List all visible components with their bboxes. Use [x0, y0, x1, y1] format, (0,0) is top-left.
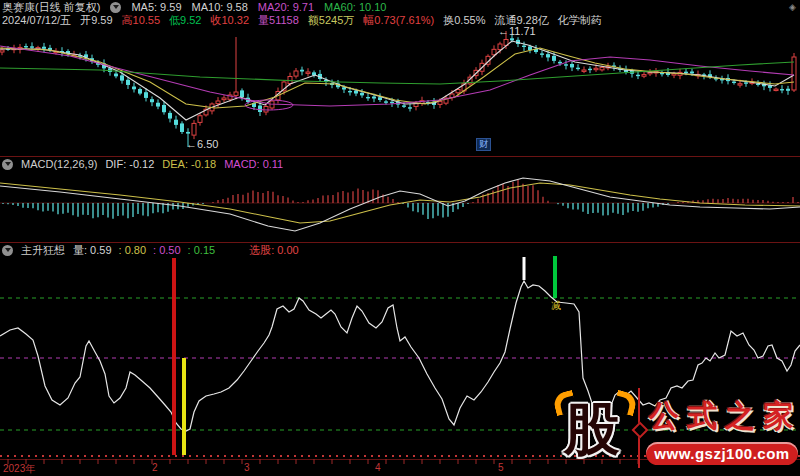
watermark-brand: 公式之家	[649, 396, 800, 437]
reduce-marker: 减	[551, 299, 561, 313]
axis-label-4: 5	[498, 462, 504, 473]
ma-readouts: MA5: 9.59MA10: 9.58MA20: 9.71MA60: 10.10	[131, 1, 386, 14]
ma-readout-2: MA20: 9.71	[258, 1, 314, 14]
trading-app-window: 奥赛康(日线 前复权) MA5: 9.59MA10: 9.58MA20: 9.7…	[0, 0, 800, 476]
quote-field-4: 收10.32	[211, 14, 250, 27]
indicator-value-1: : 0.80	[119, 244, 147, 256]
watermark-url: www.gszj100.com	[646, 442, 798, 465]
indicator-value-0: 量: 0.59	[73, 244, 112, 256]
ma-readout-3: MA60: 10.10	[324, 1, 386, 14]
indicator-value-3: : 0.15	[188, 244, 216, 256]
axis-label-3: 4	[375, 462, 381, 473]
collapse-chevron-icon-macd[interactable]	[2, 159, 13, 170]
quote-field-6: 额5245万	[308, 14, 354, 27]
quote-field-7: 幅0.73(7.61%)	[363, 14, 434, 27]
axis-label-1: 2	[152, 462, 158, 473]
ma-readout-0: MA5: 9.59	[131, 1, 181, 14]
p3-title: 主升狂想	[21, 244, 65, 256]
quote-field-2: 高10.55	[122, 14, 161, 27]
title-row: 奥赛康(日线 前复权) MA5: 9.59MA10: 9.58MA20: 9.7…	[2, 1, 386, 14]
collapse-chevron-icon-indicator[interactable]	[2, 245, 13, 256]
indicator-header: 主升狂想 量: 0.59: 0.80: 0.50: 0.15 选股: 0.00	[2, 244, 299, 256]
macd-readouts: DIF: -0.12DEA: -0.18MACD: 0.11	[105, 158, 283, 170]
macd-value-1: DEA: -0.18	[162, 158, 216, 170]
high-price-label: ←11.71	[498, 25, 536, 37]
indicator-value-2: : 0.50	[153, 244, 181, 256]
macd-title: MACD(12,26,9)	[21, 158, 97, 170]
low-price-label: ←6.50	[186, 138, 218, 150]
quote-field-0: 2024/07/12/五	[2, 14, 71, 27]
quote-field-10: 化学制药	[558, 14, 602, 27]
watermark-bull-logo: 股	[556, 392, 638, 474]
macd-header: MACD(12,26,9) DIF: -0.12DEA: -0.18MACD: …	[2, 158, 283, 170]
quote-field-1: 开9.59	[80, 14, 112, 27]
finance-badge[interactable]: 财	[476, 138, 491, 151]
collapse-chevron-icon-main[interactable]	[110, 2, 121, 13]
axis-label-2: 3	[244, 462, 250, 473]
watermark: 股 公式之家 www.gszj100.com	[550, 386, 800, 476]
corner-icon[interactable]: ◈	[789, 2, 796, 12]
watermark-logo-char: 股	[564, 398, 620, 460]
stock-title: 奥赛康(日线 前复权)	[2, 1, 100, 14]
macd-value-0: DIF: -0.12	[105, 158, 154, 170]
axis-label-0: 2023年	[3, 462, 35, 476]
p3-select-readout: 选股: 0.00	[249, 244, 299, 256]
quote-field-3: 低9.52	[169, 14, 201, 27]
quote-field-5: 量51158	[258, 14, 299, 27]
ma-readout-1: MA10: 9.58	[192, 1, 248, 14]
quote-field-8: 换0.55%	[443, 14, 485, 27]
p3-readouts: 量: 0.59: 0.80: 0.50: 0.15	[73, 244, 215, 256]
macd-value-2: MACD: 0.11	[224, 158, 283, 170]
